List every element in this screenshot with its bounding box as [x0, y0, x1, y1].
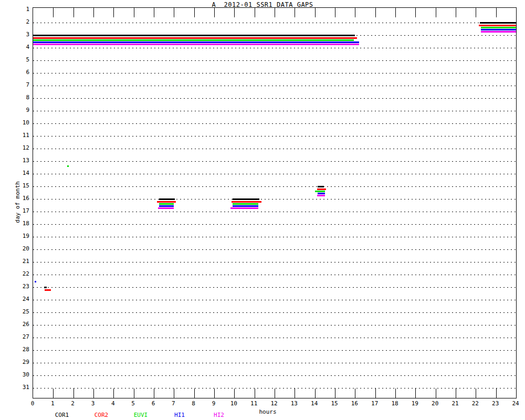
- day-gridline: [33, 186, 516, 187]
- day-gridline: [33, 237, 516, 237]
- day-gridline: [33, 136, 516, 136]
- hour-tick-bottom: [436, 388, 436, 398]
- hour-tick-top: [74, 8, 74, 17]
- day-tick-label: 13: [10, 157, 29, 164]
- hour-tick-bottom: [255, 388, 255, 398]
- hour-tick-bottom: [355, 388, 355, 398]
- hour-tick-top: [476, 8, 476, 17]
- day-tick-label: 14: [10, 170, 29, 177]
- day-gridline: [33, 262, 516, 262]
- legend-item-cor1: COR1: [55, 412, 69, 419]
- hour-tick-label: 9: [203, 400, 224, 407]
- legend-item-hi2: HI2: [214, 412, 224, 419]
- hour-tick-label: 12: [264, 400, 285, 407]
- day-tick-label: 25: [10, 308, 29, 316]
- hour-tick-label: 19: [404, 400, 425, 407]
- hour-tick-top: [234, 8, 235, 17]
- hour-tick-label: 15: [324, 400, 345, 407]
- hour-tick-bottom: [234, 388, 235, 398]
- day-tick-label: 8: [10, 94, 29, 101]
- hour-tick-bottom: [154, 388, 154, 398]
- gap-bar-cor1: [318, 186, 324, 187]
- hour-tick-label: 24: [505, 400, 525, 407]
- day-tick-label: 22: [10, 270, 29, 278]
- day-gridline: [33, 174, 516, 174]
- gap-bar-euvi: [33, 39, 354, 41]
- day-gridline: [33, 249, 516, 250]
- day-tick-label: 19: [10, 233, 29, 240]
- day-tick-label: 4: [10, 44, 29, 51]
- hour-tick-top: [113, 8, 114, 17]
- day-gridline: [33, 375, 516, 376]
- day-tick-label: 27: [10, 333, 29, 341]
- hour-tick-top: [315, 8, 316, 17]
- hour-tick-top: [194, 8, 195, 17]
- hour-tick-bottom: [214, 388, 215, 398]
- day-tick-label: 31: [10, 384, 29, 391]
- hour-tick-top: [174, 8, 174, 17]
- day-gridline: [33, 161, 516, 162]
- day-tick-label: 1: [10, 6, 29, 13]
- hour-tick-top: [395, 8, 396, 17]
- plot-area: [33, 7, 517, 398]
- day-gridline: [33, 212, 516, 212]
- hour-tick-top: [214, 8, 215, 17]
- hour-tick-top: [496, 8, 497, 17]
- hour-tick-bottom: [375, 388, 376, 398]
- gap-bar-hi2: [158, 207, 174, 209]
- gap-bar-cor2: [33, 37, 357, 39]
- day-tick-label: 29: [10, 359, 29, 366]
- hour-tick-top: [134, 8, 134, 17]
- gap-bar-hi1: [33, 41, 359, 43]
- hour-tick-label: 16: [344, 400, 365, 407]
- hour-tick-label: 8: [183, 400, 204, 407]
- hour-tick-label: 1: [42, 400, 63, 407]
- hour-tick-label: 7: [163, 400, 184, 407]
- gap-bar-cor2: [232, 201, 262, 203]
- chart-root: A 2012-01 SSR1 DATA GAPS 123456789101112…: [0, 0, 525, 420]
- gap-bar-cor1: [33, 35, 355, 36]
- day-tick-label: 26: [10, 321, 29, 328]
- hour-tick-label: 11: [244, 400, 265, 407]
- hour-tick-bottom: [134, 388, 134, 398]
- day-gridline: [33, 60, 516, 61]
- legend-item-hi1: HI1: [174, 412, 185, 419]
- hour-tick-bottom: [93, 388, 94, 398]
- hour-tick-label: 20: [425, 400, 446, 407]
- legend-item-euvi: EUVI: [134, 412, 148, 419]
- day-gridline: [33, 300, 516, 300]
- day-tick-label: 30: [10, 371, 29, 379]
- day-gridline: [33, 338, 516, 338]
- day-gridline: [33, 86, 516, 86]
- day-gridline: [33, 224, 516, 225]
- hour-tick-bottom: [456, 388, 456, 398]
- hour-tick-label: 6: [143, 400, 164, 407]
- day-gridline: [33, 48, 516, 48]
- gap-bar-euvi: [481, 27, 516, 28]
- gap-bar-euvi: [315, 191, 325, 192]
- hour-tick-top: [53, 8, 54, 17]
- gap-bar-cor2: [157, 201, 176, 203]
- hour-tick-label: 10: [223, 400, 244, 407]
- day-tick-label: 9: [10, 107, 29, 114]
- gap-bar-hi1: [35, 281, 36, 282]
- hour-tick-label: 0: [22, 400, 43, 407]
- gap-bar-cor1: [233, 198, 260, 200]
- day-gridline: [33, 98, 516, 99]
- hour-tick-bottom: [74, 388, 74, 398]
- hour-tick-bottom: [335, 388, 335, 398]
- hour-tick-label: 4: [102, 400, 123, 407]
- day-tick-label: 24: [10, 296, 29, 303]
- hour-tick-label: 21: [445, 400, 466, 407]
- gap-bar-euvi: [159, 203, 174, 205]
- hour-tick-top: [154, 8, 154, 17]
- hour-tick-bottom: [113, 388, 114, 398]
- day-tick-label: 12: [10, 144, 29, 152]
- hour-tick-top: [375, 8, 376, 17]
- day-tick-label: 11: [10, 132, 29, 139]
- gap-bar-hi1: [159, 205, 174, 207]
- hour-tick-top: [255, 8, 255, 17]
- hour-tick-top: [456, 8, 456, 17]
- day-tick-label: 21: [10, 258, 29, 265]
- day-gridline: [33, 287, 516, 288]
